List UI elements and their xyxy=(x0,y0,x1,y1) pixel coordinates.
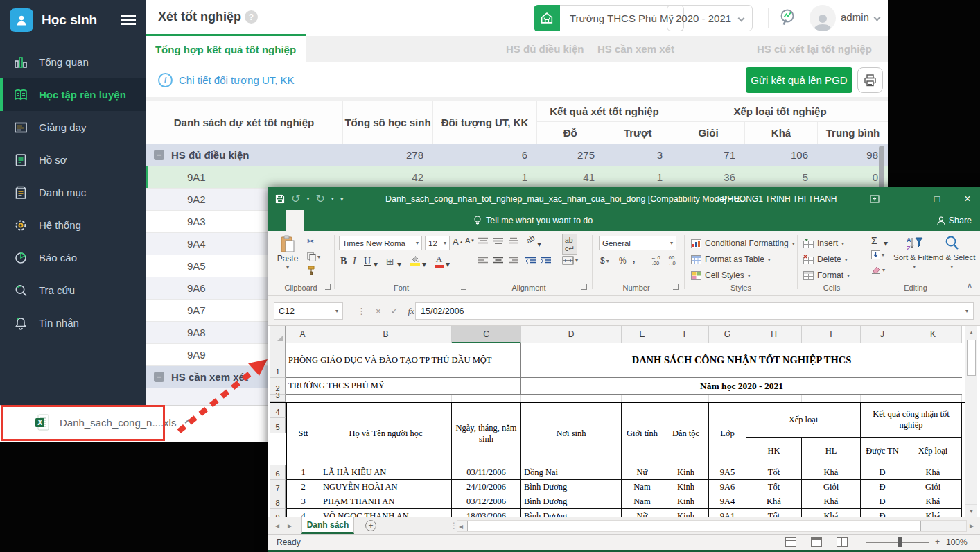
cell[interactable]: Đ xyxy=(861,480,904,494)
column-header[interactable]: E xyxy=(622,326,663,343)
align-middle-icon[interactable] xyxy=(493,237,504,245)
expand-formula-bar-icon[interactable]: ▾ xyxy=(965,308,968,314)
undo-dropdown-icon[interactable]: ▾ xyxy=(306,196,309,202)
collapse-ribbon-icon[interactable]: ∧ xyxy=(967,281,972,290)
cell[interactable]: Kinh xyxy=(663,480,709,494)
ribbon-tab[interactable] xyxy=(358,210,376,231)
fill-color-dropdown-icon[interactable]: ▾ xyxy=(422,259,426,269)
send-to-pgd-button[interactable]: Gửi kết quả lên PGD xyxy=(746,67,852,93)
vertical-scrollbar[interactable]: ▴ ▾ xyxy=(965,326,977,517)
cell-year[interactable]: Năm học 2020 - 2021 xyxy=(521,378,962,395)
ribbon-tab[interactable] xyxy=(394,210,412,231)
cell[interactable]: Nữ xyxy=(622,509,663,517)
header-rank-group[interactable]: Xếp loại xyxy=(746,403,861,438)
alignment-dialog-launcher[interactable] xyxy=(581,284,587,290)
school-home-button[interactable] xyxy=(534,5,560,31)
header-pob[interactable]: Nơi sinh xyxy=(521,403,622,465)
cell[interactable]: NGUYỄN HOÀI AN xyxy=(320,480,452,494)
align-right-icon[interactable] xyxy=(508,257,519,265)
row-header[interactable]: 8 xyxy=(270,494,286,509)
scroll-down-icon[interactable]: ▾ xyxy=(965,504,977,517)
horizontal-scrollbar[interactable]: ◂ xyxy=(457,520,967,532)
insert-cells-button[interactable]: Insert▾ xyxy=(803,236,844,250)
paste-button[interactable]: Paste ▾ xyxy=(274,235,301,270)
clipboard-dialog-launcher[interactable] xyxy=(325,284,331,290)
cell[interactable]: Tốt xyxy=(746,480,802,494)
cell[interactable]: Kinh xyxy=(663,509,709,517)
cell[interactable]: VÕ NGỌC THANH AN xyxy=(320,509,452,517)
scroll-right-icon[interactable]: ▸ xyxy=(970,521,974,531)
scroll-up-icon[interactable]: ▴ xyxy=(965,326,977,338)
ribbon-tab[interactable] xyxy=(376,210,394,231)
save-icon[interactable] xyxy=(275,194,285,204)
ribbon-tab[interactable] xyxy=(340,210,358,231)
redo-icon[interactable]: ↻ xyxy=(315,192,324,205)
column-header-selected[interactable]: C xyxy=(452,326,521,343)
new-sheet-icon[interactable]: + xyxy=(365,520,376,531)
school-year-dropdown[interactable]: 2020 - 2021 xyxy=(667,5,753,31)
header-grade[interactable]: Lớp xyxy=(709,403,746,465)
autosum-dropdown-icon[interactable]: ▾ xyxy=(884,239,888,248)
conditional-formatting-button[interactable]: Conditional Formatting▾ xyxy=(691,236,795,250)
ribbon-tab[interactable] xyxy=(268,210,286,231)
cell-school-name[interactable]: TRƯỜNG THCS PHÚ MỸ xyxy=(286,378,521,395)
cancel-icon[interactable]: × xyxy=(376,306,381,316)
format-as-table-button[interactable]: Format as Table▾ xyxy=(691,252,771,266)
comma-style-icon[interactable]: , xyxy=(633,255,635,264)
undo-icon[interactable]: ↺ xyxy=(291,192,300,205)
ribbon-tab[interactable] xyxy=(412,210,430,231)
column-header[interactable]: F xyxy=(663,326,709,343)
sidebar-item-ho-so[interactable]: Hồ sơ xyxy=(0,144,146,176)
table-row[interactable]: –HS đủ điều kiện 278 6 275 3 71 106 98 xyxy=(146,144,888,166)
cell[interactable]: Giỏi xyxy=(904,480,962,494)
cell[interactable]: 18/03/2006 xyxy=(452,509,521,517)
header-name[interactable]: Họ và Tên người học xyxy=(320,403,452,465)
insert-function-icon[interactable]: fx xyxy=(408,306,414,317)
cell[interactable]: 1 xyxy=(286,465,320,480)
header-rank[interactable]: Xếp loại xyxy=(904,438,962,465)
sidebar-item-hoc-tap-ren-luyen[interactable]: Học tập rèn luyện xyxy=(0,78,146,111)
select-all-corner[interactable] xyxy=(270,326,286,343)
sidebar-item-giang-day[interactable]: Giảng dạy xyxy=(0,111,146,144)
align-bottom-icon[interactable] xyxy=(508,237,519,245)
column-header[interactable]: D xyxy=(521,326,622,343)
align-left-icon[interactable] xyxy=(478,257,489,265)
tab-hs-can-xem-xet[interactable]: HS cần xem xét xyxy=(597,36,674,62)
cell[interactable]: Bình Dương xyxy=(521,494,622,509)
row-header[interactable]: 9 xyxy=(270,509,286,517)
cell[interactable]: PHẠM THANH AN xyxy=(320,494,452,509)
cell[interactable]: Tốt xyxy=(746,509,802,517)
underline-dropdown-icon[interactable]: ▾ xyxy=(374,259,378,269)
cell[interactable]: Khá xyxy=(802,465,861,480)
copy-icon[interactable]: ▾ xyxy=(307,252,320,261)
column-header[interactable]: H xyxy=(746,326,802,343)
minimize-button[interactable]: – xyxy=(893,187,917,210)
header-dob[interactable]: Ngày, tháng, năm sinh xyxy=(452,403,521,465)
italic-button[interactable]: I xyxy=(353,256,356,267)
scroll-left-icon[interactable]: ◂ xyxy=(459,521,463,531)
user-name[interactable]: admin xyxy=(841,11,869,23)
align-center-icon[interactable] xyxy=(493,257,504,265)
ribbon-tab[interactable] xyxy=(322,210,340,231)
row-header[interactable]: 6 xyxy=(270,465,286,480)
cell[interactable]: Nam xyxy=(622,494,663,509)
column-header[interactable]: B xyxy=(320,326,452,343)
format-cells-button[interactable]: Format▾ xyxy=(803,268,850,282)
delete-cells-button[interactable]: Delete▾ xyxy=(803,252,848,266)
cell[interactable]: 3 xyxy=(286,494,320,509)
cell[interactable]: Khá xyxy=(802,509,861,517)
format-painter-icon[interactable] xyxy=(307,266,316,275)
cell[interactable]: Nam xyxy=(622,480,663,494)
column-header[interactable]: J xyxy=(861,326,904,343)
sheet-tab-danh-sach[interactable]: Danh sách xyxy=(301,517,354,534)
user-menu-chevron-icon[interactable] xyxy=(874,15,881,21)
close-button[interactable]: × xyxy=(956,187,979,210)
normal-view-icon[interactable] xyxy=(785,537,796,547)
cell[interactable]: 9A6 xyxy=(709,480,746,494)
font-color-icon[interactable]: A xyxy=(435,254,444,268)
column-header[interactable]: A xyxy=(286,326,320,343)
increase-indent-icon[interactable] xyxy=(540,257,552,265)
share-button[interactable]: Share xyxy=(937,210,972,231)
orientation-icon[interactable]: ab xyxy=(525,234,536,245)
cell[interactable]: Khá xyxy=(904,509,962,517)
